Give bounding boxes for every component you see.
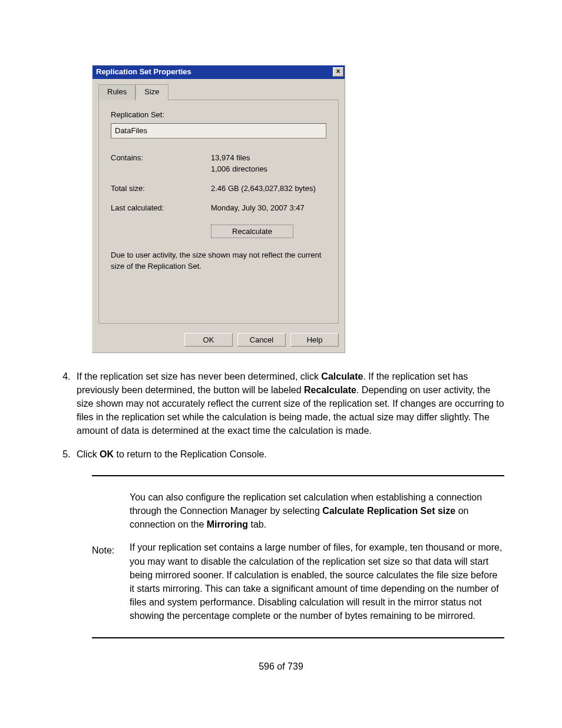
- replication-set-label: Replication Set:: [111, 110, 326, 121]
- contains-files: 13,974 files: [211, 153, 326, 164]
- instruction-step-5: Click OK to return to the Replication Co…: [73, 447, 504, 461]
- note-body: You can also configure the replication s…: [130, 490, 504, 623]
- last-calculated-label: Last calculated:: [111, 203, 211, 214]
- help-button[interactable]: Help: [290, 333, 339, 347]
- total-size-label: Total size:: [111, 183, 211, 195]
- note-container: Note: You can also configure the replica…: [92, 475, 504, 638]
- replication-set-properties-dialog: Replication Set Properties × Rules Size …: [92, 65, 345, 353]
- tab-strip: Rules Size: [92, 79, 345, 100]
- dialog-button-row: OK Cancel Help: [92, 328, 345, 353]
- instruction-step-4: If the replication set size has never be…: [73, 370, 504, 438]
- cancel-button[interactable]: Cancel: [237, 333, 286, 347]
- contains-label: Contains:: [111, 153, 211, 175]
- close-icon[interactable]: ×: [333, 67, 343, 77]
- replication-set-input[interactable]: DataFiles: [111, 123, 326, 139]
- instruction-list: If the replication set size has never be…: [58, 370, 504, 461]
- contains-value: 13,974 files 1,006 directories: [211, 153, 326, 175]
- dialog-titlebar: Replication Set Properties ×: [92, 65, 345, 79]
- size-disclaimer: Due to user activity, the size shown may…: [111, 250, 326, 272]
- divider-bottom: [92, 637, 504, 638]
- contains-dirs: 1,006 directories: [211, 164, 326, 175]
- page-number: 596 of 739: [58, 660, 504, 673]
- tab-rules[interactable]: Rules: [98, 84, 135, 100]
- dialog-title: Replication Set Properties: [96, 67, 191, 78]
- recalculate-button[interactable]: Recalculate: [211, 225, 293, 238]
- tab-panel-size: Replication Set: DataFiles Contains: 13,…: [98, 100, 339, 324]
- total-size-value: 2.46 GB (2,643,027,832 bytes): [211, 183, 326, 195]
- note-paragraph-1: You can also configure the replication s…: [130, 490, 504, 532]
- note-paragraph-2: If your replication set contains a large…: [130, 541, 504, 622]
- ok-button[interactable]: OK: [184, 333, 233, 347]
- tab-size[interactable]: Size: [135, 84, 168, 100]
- note-label: Note:: [92, 490, 130, 557]
- last-calculated-value: Monday, July 30, 2007 3:47: [211, 203, 326, 214]
